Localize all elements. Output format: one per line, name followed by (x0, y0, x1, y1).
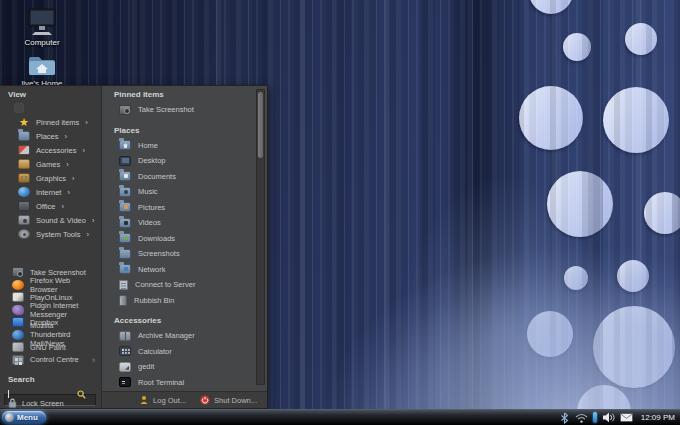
music-icon (119, 187, 131, 197)
sound-video-icon (18, 215, 30, 225)
favorite-firefox-web-browser[interactable]: Firefox Web Browser › (0, 279, 101, 292)
internet-icon (18, 187, 30, 197)
home-folder-icon (27, 54, 57, 77)
menu-item-label: Music (138, 187, 158, 196)
favorite-pidgin-internet-messenger[interactable]: Pidgin Internet Messenger › (0, 304, 101, 317)
menu-button[interactable]: Menu (2, 411, 46, 424)
pinned-items-list: Take Screenshot (114, 102, 253, 118)
search-icon (77, 390, 86, 399)
menu-item-label: Screenshots (138, 249, 180, 258)
menu-item-label: Documents (138, 172, 176, 181)
desktop-icon-home[interactable]: live's Home (10, 54, 74, 88)
star-icon (18, 117, 30, 127)
menu-item-network[interactable]: Network (114, 262, 253, 278)
trash-icon (119, 295, 127, 306)
category-label: Sound & Video (36, 216, 86, 225)
category-graphics[interactable]: Graphics › (0, 171, 101, 185)
taskbar-clock[interactable]: 12:09 PM (638, 413, 675, 422)
view-filter-dimmed-icon (14, 103, 24, 113)
favorite-control-centre[interactable]: Control Centre › (0, 354, 101, 367)
menu-item-gedit[interactable]: gedit (114, 359, 253, 375)
downloads-icon (119, 233, 131, 243)
menu-item-calculator[interactable]: Calculator (114, 344, 253, 360)
category-system-tools[interactable]: System Tools › (0, 227, 101, 241)
wifi-icon[interactable] (575, 413, 588, 423)
submenu-arrow-icon: › (85, 118, 88, 127)
status-indicator[interactable] (593, 412, 597, 423)
category-label: Office (36, 202, 55, 211)
menu-item-videos[interactable]: Videos (114, 215, 253, 231)
menu-item-label: Root Terminal (138, 378, 184, 387)
terminal-icon (119, 377, 131, 387)
category-label: Accessories (36, 146, 76, 155)
shut-down-label: Shut Down... (214, 396, 257, 405)
submenu-arrow-icon: › (92, 355, 95, 365)
category-accessories[interactable]: Accessories › (0, 143, 101, 157)
bluetooth-icon[interactable] (559, 412, 570, 424)
log-out-person-icon (139, 395, 149, 405)
menu-item-desktop[interactable]: Desktop (114, 153, 253, 169)
menu-item-label: Home (138, 141, 158, 150)
menu-item-music[interactable]: Music (114, 184, 253, 200)
screenshot-icon (12, 267, 24, 277)
category-label: Pinned items (36, 118, 79, 127)
favorite-label: Pidgin Internet Messenger (30, 301, 95, 319)
mail-icon[interactable] (620, 413, 633, 422)
pidgin-icon (12, 305, 24, 315)
shut-down-button[interactable]: Shut Down... (200, 395, 257, 405)
pictures-icon (119, 202, 131, 212)
menu-item-label: Connect to Server (135, 280, 195, 289)
submenu-arrow-icon: › (82, 146, 85, 155)
menu-item-label: Archive Manager (138, 331, 195, 340)
shut-down-icon (200, 395, 210, 405)
volume-icon[interactable] (602, 412, 615, 423)
menu-item-label: Downloads (138, 234, 175, 243)
menu-item-take-screenshot[interactable]: Take Screenshot (114, 102, 253, 118)
favorites-list: Take Screenshot › Firefox Web Browser › … (0, 266, 101, 366)
menu-item-root-terminal[interactable]: Root Terminal (114, 375, 253, 391)
menu-footer: Log Out... Shut Down... (102, 391, 267, 408)
category-list: Pinned items › Places › Accessories › Ga… (0, 115, 101, 241)
category-internet[interactable]: Internet › (0, 185, 101, 199)
category-office[interactable]: Office › (0, 199, 101, 213)
taskbar: Menu 12:09 PM (0, 409, 680, 425)
menu-item-archive-manager[interactable]: Archive Manager (114, 328, 253, 344)
menu-item-screenshots[interactable]: Screenshots (114, 246, 253, 262)
log-out-button[interactable]: Log Out... (139, 395, 186, 405)
menu-item-home[interactable]: Home (114, 138, 253, 154)
menu-item-rubbish-bin[interactable]: Rubbish Bin (114, 293, 253, 309)
accessories-list: Archive Manager Calculator gedit Root Te… (114, 328, 253, 390)
category-sound-video[interactable]: Sound & Video › (0, 213, 101, 227)
category-label: System Tools (36, 230, 80, 239)
lock-screen-button[interactable]: Lock Screen (0, 397, 64, 409)
scrollbar-thumb[interactable] (258, 92, 263, 158)
system-tray: 12:09 PM (559, 412, 680, 424)
gedit-icon (119, 362, 131, 372)
calculator-icon (119, 346, 131, 356)
log-out-label: Log Out... (153, 396, 186, 405)
menu-scrollbar[interactable] (256, 89, 265, 385)
category-games[interactable]: Games › (0, 157, 101, 171)
office-icon (18, 201, 30, 211)
playonlinux-icon (12, 292, 24, 302)
favorite-label: Control Centre (30, 355, 79, 364)
server-icon (119, 280, 128, 290)
computer-monitor-icon (26, 8, 58, 36)
category-pinned-items[interactable]: Pinned items › (0, 115, 101, 129)
menu-item-downloads[interactable]: Downloads (114, 231, 253, 247)
favorite-mozilla-thunderbird-mail-news[interactable]: Mozilla Thunderbird Mail/News › (0, 329, 101, 342)
menu-item-connect-to-server[interactable]: Connect to Server (114, 277, 253, 293)
menu-item-pictures[interactable]: Pictures (114, 200, 253, 216)
menu-item-documents[interactable]: Documents (114, 169, 253, 185)
control-centre-icon (12, 355, 24, 365)
favorite-label: GNU Paint (30, 343, 66, 352)
category-places[interactable]: Places › (0, 129, 101, 143)
menu-item-label: Network (138, 265, 166, 274)
dropbox-icon (12, 317, 24, 327)
graphics-icon (18, 173, 30, 183)
firefox-icon (12, 280, 24, 290)
menu-item-label: Videos (138, 218, 161, 227)
submenu-arrow-icon: › (86, 230, 89, 239)
desktop-icon-computer[interactable]: Computer (10, 8, 74, 47)
menu-button-label: Menu (17, 413, 38, 422)
